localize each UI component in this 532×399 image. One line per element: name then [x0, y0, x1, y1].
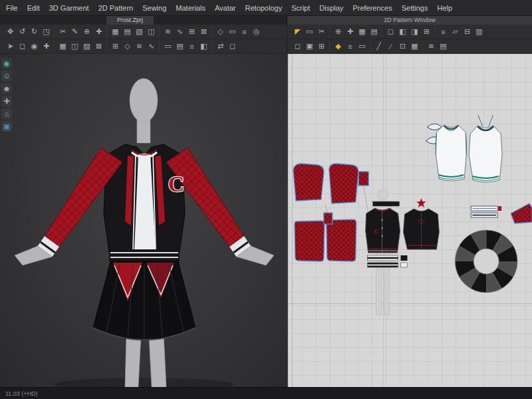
rows-icon[interactable]: ▤ [174, 41, 186, 52]
menu-item-help[interactable]: Help [432, 1, 457, 15]
point-icon[interactable]: ◉ [29, 41, 40, 52]
pattern-piece-sleeve-lower-right[interactable] [327, 219, 356, 261]
columns-icon[interactable]: ▥ [473, 26, 485, 37]
waves-icon[interactable]: ≋ [134, 41, 145, 52]
show-avatar-icon[interactable]: ☺ [1, 70, 12, 81]
rows-icon[interactable]: ▤ [368, 26, 380, 37]
rectangle-icon[interactable]: ▭ [356, 41, 368, 52]
pattern-piece-small-square-1[interactable] [358, 172, 368, 186]
rectangle-icon[interactable]: ▭ [227, 26, 238, 37]
menu-item-settings[interactable]: Settings [397, 1, 433, 15]
pattern-piece-shirt-front[interactable] [436, 125, 467, 181]
plus-square-icon[interactable]: ⊞ [186, 26, 198, 37]
minus-square-icon[interactable]: ⊟ [462, 26, 473, 37]
notch-line-icon[interactable]: ∕ [385, 41, 396, 52]
grid-icon[interactable]: ▦ [409, 41, 420, 52]
move-tool-icon[interactable]: ✥ [5, 26, 16, 37]
pattern-piece-tab-1[interactable] [401, 255, 408, 261]
rows-icon[interactable]: ▤ [438, 41, 449, 52]
pattern-piece-sleeve-lower-left[interactable] [295, 221, 325, 261]
filled-square-icon[interactable]: ▣ [304, 41, 315, 52]
select-arrow-icon[interactable]: ➤ [5, 41, 16, 52]
split-square-icon[interactable]: ◫ [69, 41, 80, 52]
target-icon[interactable]: ⊕ [81, 26, 92, 37]
rows-icon[interactable]: ▤ [122, 26, 133, 37]
box-select-icon[interactable]: ◻ [292, 41, 303, 52]
pattern-piece-sleeve-upper-right[interactable] [329, 164, 358, 203]
pattern-piece-collar-band[interactable] [373, 201, 400, 206]
pencil-icon[interactable]: ✎ [69, 26, 80, 37]
pattern-piece-small-square-2[interactable] [324, 213, 332, 224]
hatch-icon[interactable]: ▧ [134, 26, 145, 37]
layers-icon[interactable]: ≡ [344, 41, 356, 52]
undo-icon[interactable]: ↺ [17, 26, 28, 37]
box-select-icon[interactable]: ◻ [17, 41, 28, 52]
dot-square-icon[interactable]: ⊡ [397, 41, 408, 52]
grid-icon[interactable]: ▦ [110, 26, 121, 37]
diamond-outline-icon[interactable]: ◇ [122, 41, 133, 52]
waves-icon[interactable]: ≋ [426, 41, 437, 52]
texture-view-icon[interactable]: ▣ [1, 121, 12, 132]
pattern-piece-tab-2[interactable] [401, 263, 408, 267]
hatch-icon[interactable]: ▨ [81, 41, 92, 52]
menu-item-avatar[interactable]: Avatar [210, 1, 241, 15]
document-tab[interactable]: Prost.Zprj [106, 16, 154, 25]
menu-item-sewing[interactable]: Sewing [138, 1, 171, 15]
pattern-piece-jacket-front[interactable]: C [366, 208, 400, 253]
focus-view-icon[interactable]: ◉ [1, 58, 12, 68]
add-item-icon[interactable]: ✚ [1, 96, 12, 106]
pattern-star-applique[interactable] [416, 198, 426, 207]
yellow-corner-icon[interactable]: ◤ [292, 26, 303, 37]
pattern-piece-straps[interactable] [471, 206, 501, 217]
pattern-canvas[interactable]: C [288, 54, 532, 387]
layers-icon[interactable]: ≡ [239, 26, 250, 37]
plus-square-icon[interactable]: ⊞ [316, 41, 327, 52]
curve-icon[interactable]: ∿ [174, 26, 186, 37]
scissors-icon[interactable]: ✂ [316, 26, 327, 37]
waves-icon[interactable]: ≋ [162, 26, 174, 37]
pattern-piece-shirt-back[interactable] [469, 115, 502, 182]
menu-item-preferences[interactable]: Preferences [348, 1, 396, 15]
cross-square-icon[interactable]: ⊠ [198, 26, 209, 37]
plus-icon[interactable]: ✚ [344, 26, 356, 37]
seam-line-icon[interactable]: ╱ [373, 41, 384, 52]
swap-icon[interactable]: ⇄ [215, 41, 226, 52]
menu-item-3d-garment[interactable]: 3D Garment [45, 1, 94, 15]
viewport-2d-pattern[interactable]: C [287, 54, 532, 387]
pattern-piece-red-triangle[interactable] [511, 203, 532, 223]
menu-item-retopology[interactable]: Retopology [241, 1, 287, 15]
pattern-piece-jacket-back[interactable] [404, 209, 440, 249]
circle-icon[interactable]: ◎ [251, 26, 262, 37]
curve-icon[interactable]: ∿ [146, 41, 157, 52]
grid-icon[interactable]: ▦ [57, 41, 68, 52]
cross-square-icon[interactable]: ⊠ [93, 41, 104, 52]
menu-item-script[interactable]: Script [287, 1, 315, 15]
viewport-3d[interactable]: ◉☺☻✚⌂▣ [0, 54, 287, 387]
avatar-pose-icon[interactable]: ☻ [1, 83, 12, 94]
menu-item-file[interactable]: File [1, 1, 23, 15]
pattern-piece-sleeve-upper-left[interactable] [293, 164, 324, 201]
half-square-right-icon[interactable]: ◨ [409, 26, 420, 37]
menu-item-2d-pattern[interactable]: 2D Pattern [94, 1, 138, 15]
plus-square-icon[interactable]: ⊞ [110, 41, 121, 52]
diamond-outline-icon[interactable]: ◇ [215, 26, 226, 37]
grid-icon[interactable]: ▦ [356, 26, 368, 37]
plus-icon[interactable]: ✚ [93, 26, 104, 37]
layers-icon[interactable]: ≡ [186, 41, 198, 52]
add-point-icon[interactable]: ✚ [41, 41, 52, 52]
yellow-diamond-icon[interactable]: ◆ [332, 41, 344, 52]
menu-item-edit[interactable]: Edit [23, 1, 45, 15]
avatar-3d-render[interactable]: C [0, 54, 287, 387]
half-square-icon[interactable]: ◧ [198, 41, 209, 52]
redo-icon[interactable]: ↻ [29, 26, 40, 37]
square-outline-icon[interactable]: ◻ [227, 41, 238, 52]
rectangle-icon[interactable]: ▭ [304, 26, 315, 37]
rectangle-icon[interactable]: ▭ [162, 41, 174, 52]
split-square-icon[interactable]: ◫ [146, 26, 157, 37]
plus-square-icon[interactable]: ⊞ [421, 26, 432, 37]
menu-item-display[interactable]: Display [315, 1, 348, 15]
half-square-icon[interactable]: ◧ [397, 26, 408, 37]
menu-item-materials[interactable]: Materials [171, 1, 210, 15]
frame-tool-icon[interactable]: ◳ [41, 26, 52, 37]
scissors-icon[interactable]: ✂ [57, 26, 68, 37]
